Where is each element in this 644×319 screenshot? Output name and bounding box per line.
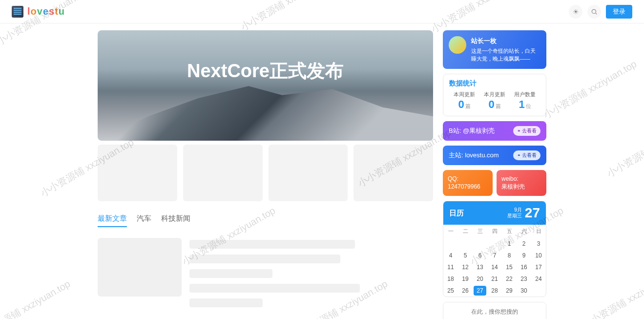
calendar-day[interactable]: 27	[474, 286, 486, 296]
qq-card[interactable]: QQ: 1247079966	[443, 170, 493, 196]
calendar-day[interactable]: 17	[531, 261, 546, 273]
search-input[interactable]	[443, 302, 546, 319]
calendar-day[interactable]: 23	[517, 273, 531, 285]
calendar-day[interactable]: 9	[517, 250, 531, 261]
stat-label: 用户数量	[510, 91, 540, 98]
stat-value: 0	[458, 98, 464, 111]
calendar-weekday: 星期三	[507, 213, 522, 219]
tabs: 最新文章 汽车 科技新闻	[98, 214, 433, 228]
stat-label: 本周更新	[449, 91, 479, 98]
calendar-title: 日历	[449, 209, 464, 218]
go-button[interactable]: ⚭去看看	[513, 150, 540, 160]
skeleton-line	[189, 255, 340, 263]
calendar-weekday-header: 四	[487, 225, 502, 238]
tab-latest[interactable]: 最新文章	[98, 214, 127, 227]
logo-text: lovestu	[27, 6, 65, 17]
calendar-day[interactable]: 1	[502, 238, 517, 250]
calendar-day[interactable]: 3	[531, 238, 546, 250]
calendar-day[interactable]: 14	[487, 261, 502, 273]
calendar-day[interactable]: 11	[443, 261, 458, 273]
search-widget: 搜站内 搜全网	[443, 302, 546, 319]
owner-desc: 这是一个奇怪的站长，白天睡大觉，晚上魂飘飘——	[471, 47, 540, 63]
link-icon: ⚭	[517, 153, 521, 158]
calendar-day[interactable]: 24	[531, 273, 546, 285]
mainsite-link-card[interactable]: 主站: lovestu.com ⚭去看看	[443, 146, 546, 165]
calendar-day[interactable]: 19	[458, 273, 473, 285]
card-slot[interactable]	[269, 145, 348, 201]
calendar-day[interactable]: 16	[517, 261, 531, 273]
calendar-day[interactable]: 13	[473, 261, 487, 273]
calendar-weekday-header: 日	[531, 225, 546, 238]
logo-icon	[12, 6, 23, 18]
search-icon[interactable]	[587, 5, 601, 19]
calendar-day[interactable]: 8	[502, 250, 517, 261]
calendar-weekday-header: 三	[473, 225, 487, 238]
calendar-widget: 日历 9月 星期三 27 一二三四五六日12345678910111213141…	[443, 201, 546, 297]
card-slot[interactable]	[183, 145, 263, 201]
header: lovestu ☀ 登录	[0, 0, 644, 23]
calendar-day[interactable]: 5	[458, 250, 473, 261]
stat-label: 本月更新	[479, 91, 510, 98]
avatar[interactable]	[449, 36, 466, 54]
card-slot[interactable]	[98, 145, 177, 201]
calendar-day[interactable]: 30	[517, 285, 531, 297]
skeleton-line	[189, 269, 272, 278]
stats-card: 数据统计 本周更新 0篇 本月更新 0篇 用户数量 1位	[443, 74, 546, 116]
calendar-day[interactable]: 18	[443, 273, 458, 285]
calendar-day	[458, 238, 473, 250]
calendar-day	[487, 238, 502, 250]
bilibili-link-card[interactable]: B站: @果核剥壳 ⚭去看看	[443, 121, 546, 141]
calendar-day[interactable]: 2	[517, 238, 531, 250]
calendar-day[interactable]: 28	[487, 285, 502, 297]
feed-thumbnail	[98, 238, 182, 297]
calendar-today: 27	[525, 205, 540, 221]
calendar-day	[443, 238, 458, 250]
calendar-day[interactable]: 20	[473, 273, 487, 285]
go-button[interactable]: ⚭去看看	[513, 126, 540, 136]
weibo-card[interactable]: weibo: 果核剥壳	[497, 170, 546, 196]
calendar-day[interactable]: 7	[487, 250, 502, 261]
calendar-weekday-header: 五	[502, 225, 517, 238]
stats-title: 数据统计	[449, 79, 540, 88]
calendar-day[interactable]: 29	[502, 285, 517, 297]
calendar-day[interactable]: 12	[458, 261, 473, 273]
feed-item[interactable]	[98, 238, 433, 313]
owner-name: 站长一枚	[471, 36, 540, 46]
svg-point-0	[592, 9, 596, 13]
calendar-day[interactable]: 6	[473, 250, 487, 261]
calendar-month: 9月	[507, 207, 522, 213]
calendar-day[interactable]: 22	[502, 273, 517, 285]
calendar-day[interactable]: 26	[458, 285, 473, 297]
hero-banner[interactable]: NextCore正式发布	[98, 30, 433, 141]
calendar-day[interactable]: 21	[487, 273, 502, 285]
stat-value: 1	[519, 98, 524, 111]
login-button[interactable]: 登录	[606, 5, 632, 19]
skeleton-line	[189, 240, 355, 249]
calendar-weekday-header: 二	[458, 225, 473, 238]
stat-value: 0	[488, 98, 494, 111]
calendar-day[interactable]: 4	[443, 250, 458, 261]
logo[interactable]: lovestu	[12, 6, 65, 18]
calendar-day[interactable]: 10	[531, 250, 546, 261]
skeleton-line	[189, 298, 263, 307]
calendar-day	[531, 285, 546, 297]
calendar-day[interactable]: 25	[443, 285, 458, 297]
link-icon: ⚭	[517, 128, 521, 133]
tab-car[interactable]: 汽车	[137, 214, 151, 227]
calendar-day	[473, 238, 487, 250]
owner-card: 站长一枚 这是一个奇怪的站长，白天睡大觉，晚上魂飘飘——	[443, 30, 546, 69]
skeleton-line	[189, 284, 360, 293]
tab-tech[interactable]: 科技新闻	[161, 214, 190, 227]
card-slot[interactable]	[353, 145, 433, 201]
theme-toggle-icon[interactable]: ☀	[569, 5, 582, 19]
hero-title: NextCore正式发布	[187, 59, 344, 84]
calendar-weekday-header: 六	[517, 225, 531, 238]
calendar-day[interactable]: 15	[502, 261, 517, 273]
calendar-weekday-header: 一	[443, 225, 458, 238]
